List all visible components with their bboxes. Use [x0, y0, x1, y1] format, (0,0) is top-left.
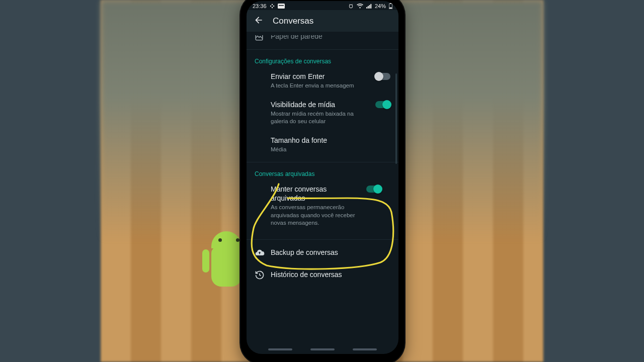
- row-font-size[interactable]: Tamanho da fonte Média: [247, 131, 398, 159]
- row-enter-title: Enviar com Enter: [271, 72, 370, 81]
- app-bar: Conversas: [247, 10, 398, 32]
- status-bar: 23:36 24%: [247, 1, 398, 10]
- section-archived: Conversas arquivadas: [247, 165, 398, 179]
- phone-frame: 23:36 24%: [240, 0, 405, 362]
- row-media-visibility[interactable]: Visibilidade de mídia Mostrar mídia recé…: [247, 95, 398, 131]
- svg-rect-4: [278, 4, 285, 9]
- scrollbar[interactable]: [395, 73, 397, 164]
- svg-rect-6: [366, 7, 367, 9]
- row-font-sub: Média: [271, 146, 390, 154]
- battery-icon: [389, 3, 392, 9]
- back-button[interactable]: [254, 15, 264, 27]
- toggle-keep-archived[interactable]: [366, 186, 381, 193]
- row-keep-sub: As conversas permanecerão arquivadas qua…: [271, 204, 361, 227]
- row-enter-sub: A tecla Enter envia a mensagem: [271, 82, 370, 90]
- divider: [247, 162, 398, 162]
- row-enter-to-send[interactable]: Enviar com Enter A tecla Enter envia a m…: [247, 67, 398, 95]
- wifi-icon: [357, 4, 363, 9]
- svg-point-3: [271, 7, 272, 8]
- row-backup[interactable]: Backup de conversas: [247, 243, 398, 263]
- row-history[interactable]: Histórico de conversas: [247, 263, 398, 285]
- alarm-dots-icon: [270, 4, 275, 9]
- nav-home[interactable]: [310, 348, 335, 350]
- svg-point-2: [273, 6, 274, 7]
- row-media-title: Visibilidade de mídia: [271, 100, 370, 109]
- divider: [247, 239, 398, 240]
- svg-rect-5: [279, 5, 284, 6]
- row-keep-archived[interactable]: Manter conversas arquivadas As conversas…: [247, 179, 398, 232]
- row-keep-title: Manter conversas arquivadas: [271, 185, 361, 203]
- nav-back[interactable]: [353, 348, 377, 350]
- wallpaper-icon: [255, 35, 264, 41]
- toggle-enter-to-send[interactable]: [375, 73, 390, 80]
- svg-rect-12: [389, 8, 392, 9]
- history-icon: [255, 270, 265, 280]
- alarm-icon: [348, 4, 354, 9]
- svg-rect-8: [369, 5, 370, 9]
- phone-screen: 23:36 24%: [247, 1, 398, 354]
- section-chat-settings: Configurações de conversas: [247, 53, 398, 67]
- status-time: 23:36: [253, 3, 267, 9]
- status-battery-pct: 24%: [375, 3, 386, 9]
- pillarbox-left: [0, 0, 101, 362]
- signal-icon: [366, 4, 372, 9]
- settings-list[interactable]: Papel de parede Configurações de convers…: [247, 35, 398, 354]
- card-icon: [278, 4, 285, 9]
- row-backup-title: Backup de conversas: [271, 248, 390, 257]
- cloud-upload-icon: [255, 248, 265, 258]
- toggle-media-visibility[interactable]: [375, 101, 390, 108]
- nav-recents[interactable]: [268, 348, 292, 350]
- divider: [247, 49, 398, 50]
- pillarbox-right: [543, 0, 644, 362]
- row-wallpaper[interactable]: Papel de parede: [247, 35, 398, 46]
- row-history-title: Histórico de conversas: [271, 270, 390, 279]
- android-nav-bar: [247, 345, 398, 354]
- row-media-sub: Mostrar mídia recém baixada na galeria d…: [271, 110, 370, 126]
- svg-point-0: [270, 6, 271, 7]
- svg-rect-9: [370, 4, 371, 9]
- svg-point-1: [271, 4, 272, 5]
- row-wallpaper-title: Papel de parede: [271, 35, 390, 40]
- page-title: Conversas: [273, 16, 313, 26]
- row-font-title: Tamanho da fonte: [271, 136, 390, 145]
- svg-rect-7: [368, 6, 369, 9]
